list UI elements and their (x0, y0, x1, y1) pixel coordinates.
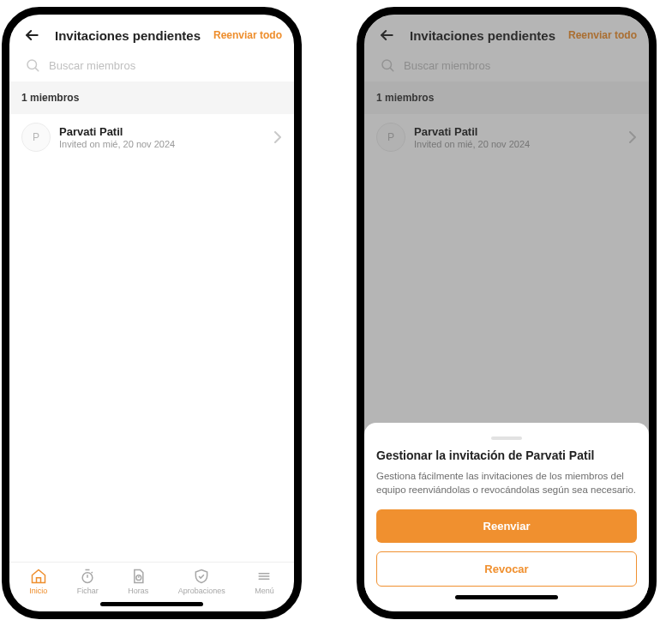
tab-bar: Inicio Fichar Horas Aprobaciones Menú (9, 562, 294, 599)
svg-line-6 (92, 572, 93, 573)
avatar: P (21, 123, 51, 152)
content-spacer (9, 164, 294, 562)
tab-label: Menú (255, 587, 274, 595)
tab-inicio[interactable]: Inicio (29, 568, 47, 595)
phone-left: Invitaciones pendientes Reenviar todo 1 … (2, 7, 302, 619)
stopwatch-icon (79, 568, 96, 585)
header: Invitaciones pendientes Reenviar todo (9, 15, 294, 52)
tab-label: Aprobaciones (178, 587, 225, 595)
search-icon (25, 57, 40, 73)
menu-icon (255, 568, 273, 585)
tab-label: Inicio (29, 587, 47, 595)
tab-aprobaciones[interactable]: Aprobaciones (178, 568, 225, 595)
action-sheet: Gestionar la invitación de Parvati Patil… (364, 423, 649, 611)
home-indicator (455, 595, 558, 599)
tab-label: Horas (128, 587, 148, 595)
search-bar[interactable] (9, 52, 294, 81)
tab-label: Fichar (77, 587, 99, 595)
resend-button[interactable]: Reenviar (376, 509, 637, 543)
sheet-title: Gestionar la invitación de Parvati Patil (376, 448, 637, 462)
home-indicator (100, 602, 203, 606)
svg-line-2 (35, 68, 38, 70)
member-info: Parvati Patil Invited on mié, 20 nov 202… (59, 125, 265, 149)
document-clock-icon (129, 568, 147, 585)
home-icon (30, 568, 47, 585)
member-count: 1 miembros (9, 81, 294, 114)
revoke-button[interactable]: Revocar (376, 551, 637, 587)
sheet-description: Gestiona fácilmente las invitaciones de … (376, 469, 637, 497)
back-button[interactable] (21, 27, 42, 44)
sheet-grabber[interactable] (491, 436, 522, 440)
member-subline: Invited on mié, 20 nov 2024 (59, 139, 265, 149)
shield-check-icon (193, 568, 210, 585)
resend-all-button[interactable]: Reenviar todo (213, 29, 282, 41)
search-input[interactable] (49, 59, 279, 72)
member-name: Parvati Patil (59, 125, 265, 138)
page-title: Invitaciones pendientes (47, 28, 208, 43)
phone-right: Invitaciones pendientes Reenviar todo 1 … (357, 7, 657, 619)
tab-menu[interactable]: Menú (255, 568, 274, 595)
member-row[interactable]: P Parvati Patil Invited on mié, 20 nov 2… (9, 114, 294, 164)
tab-fichar[interactable]: Fichar (77, 568, 99, 595)
arrow-left-icon (23, 27, 40, 44)
chevron-right-icon (273, 131, 282, 143)
tab-horas[interactable]: Horas (128, 568, 148, 595)
